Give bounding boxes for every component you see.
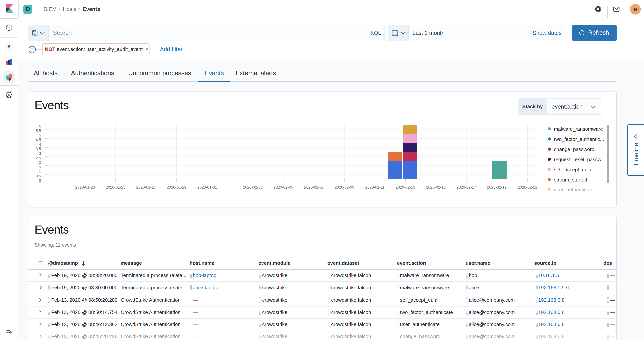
- svg-text:1: 1: [39, 170, 41, 174]
- svg-text:2020-02-17: 2020-02-17: [456, 185, 476, 189]
- svg-text:2020-02-03: 2020-02-03: [243, 185, 262, 189]
- svg-text:0.5: 0.5: [36, 174, 41, 178]
- svg-text:6: 6: [39, 124, 41, 128]
- svg-text:2020-01-31: 2020-01-31: [198, 185, 217, 189]
- svg-text:2020-02-19: 2020-02-19: [487, 185, 506, 189]
- svg-text:3: 3: [39, 151, 41, 156]
- svg-text:4: 4: [39, 142, 41, 147]
- svg-text:2020-01-29: 2020-01-29: [167, 185, 186, 189]
- svg-text:2020-01-27: 2020-01-27: [136, 185, 156, 189]
- svg-text:1.5: 1.5: [36, 165, 41, 169]
- svg-text:2.5: 2.5: [36, 156, 41, 160]
- svg-text:2020-02-13: 2020-02-13: [396, 185, 415, 189]
- svg-text:2020-02-11: 2020-02-11: [365, 185, 385, 189]
- svg-text:3.5: 3.5: [36, 147, 41, 151]
- svg-text:2020-01-23: 2020-01-23: [75, 185, 95, 189]
- svg-text:2020-01-25: 2020-01-25: [106, 185, 125, 189]
- svg-text:2: 2: [39, 160, 41, 165]
- svg-text:5: 5: [39, 133, 41, 137]
- svg-text:0: 0: [39, 178, 41, 183]
- svg-text:2020-02-15: 2020-02-15: [426, 185, 446, 189]
- svg-text:2020-02-05: 2020-02-05: [274, 185, 293, 189]
- svg-text:4.5: 4.5: [36, 138, 41, 142]
- svg-text:5.5: 5.5: [36, 129, 41, 133]
- svg-text:2020-02-21: 2020-02-21: [518, 185, 537, 189]
- svg-text:2020-02-09: 2020-02-09: [335, 185, 354, 189]
- svg-text:2020-02-07: 2020-02-07: [304, 185, 324, 189]
